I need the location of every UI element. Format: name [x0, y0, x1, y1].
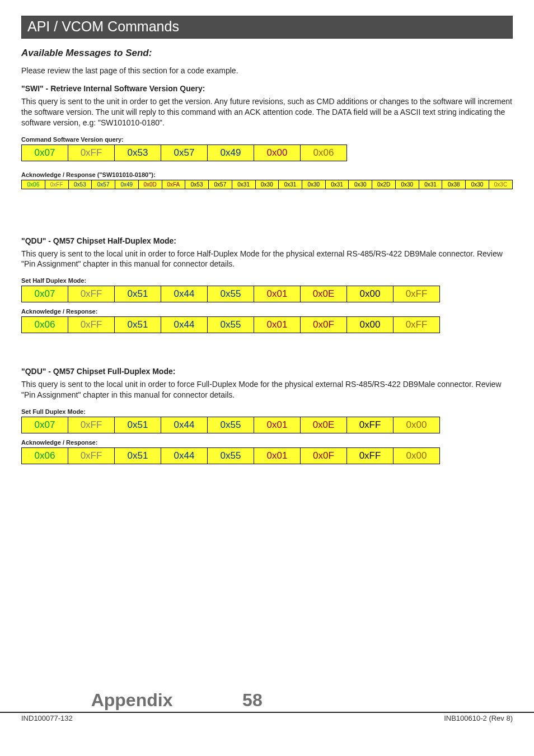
footer-left-id: IND100077-132 [21, 714, 73, 722]
byte-cell: 0xFF [45, 180, 68, 189]
byte-cell: 0x06 [22, 180, 45, 189]
byte-cell: 0x0F [301, 448, 347, 464]
byte-cell: 0x30 [466, 180, 489, 189]
qdu-full-ack-bytes: 0x060xFF0x510x440x550x010x0F0xFF0x00 [21, 447, 440, 464]
byte-cell: 0x30 [349, 180, 372, 189]
qdu-full-ack-label: Acknowledge / Response: [21, 439, 513, 446]
page-title: API / VCOM Commands [27, 18, 507, 35]
footer-appendix: Appendix [21, 690, 242, 711]
byte-cell: 0x31 [279, 180, 302, 189]
qdu-half-ack-bytes: 0x060xFF0x510x440x550x010x0F0x000xFF [21, 316, 440, 333]
byte-cell: 0xFF [68, 286, 115, 302]
byte-cell: 0x00 [254, 144, 301, 161]
qdu-full-cmd-bytes: 0x070xFF0x510x440x550x010x0E0xFF0x00 [21, 417, 440, 433]
byte-cell: 0x06 [22, 317, 68, 333]
byte-cell: 0x30 [255, 180, 279, 189]
qdu-full-cmd-label: Set Full Duplex Mode: [21, 408, 513, 415]
byte-cell: 0x01 [254, 317, 301, 333]
byte-cell: 0x53 [68, 180, 92, 189]
byte-cell: 0x30 [395, 180, 419, 189]
byte-cell: 0x00 [347, 317, 394, 333]
byte-cell: 0x51 [115, 417, 161, 433]
byte-cell: 0x44 [161, 317, 208, 333]
byte-cell: 0xFF [68, 417, 115, 433]
page-title-bar: API / VCOM Commands [21, 16, 513, 39]
byte-cell: 0x31 [325, 180, 349, 189]
byte-cell: 0x51 [115, 448, 161, 464]
byte-cell: 0x38 [442, 180, 466, 189]
qdu-half-ack-label: Acknowledge / Response: [21, 308, 513, 315]
byte-cell: 0x57 [161, 144, 208, 161]
section-subhead: Available Messages to Send: [21, 48, 513, 59]
byte-cell: 0x44 [161, 286, 208, 302]
byte-cell: 0xFF [68, 144, 115, 161]
byte-cell: 0xFF [394, 317, 440, 333]
qdu-half-heading: "QDU" - QM57 Chipset Half-Duplex Mode: [21, 236, 513, 245]
byte-cell: 0x07 [22, 144, 68, 161]
byte-cell: 0x55 [208, 417, 254, 433]
byte-cell: 0x3C [489, 180, 512, 189]
byte-cell: 0x31 [232, 180, 255, 189]
qdu-full-body: This query is sent to the local unit in … [21, 379, 513, 400]
page-footer: Appendix 58 IND100077-132 INB100610-2 (R… [0, 690, 534, 722]
byte-cell: 0x51 [115, 317, 161, 333]
byte-cell: 0x51 [115, 286, 161, 302]
byte-cell: 0x0F [301, 317, 347, 333]
byte-cell: 0x55 [208, 286, 254, 302]
byte-cell: 0x0E [301, 286, 347, 302]
byte-cell: 0x0E [301, 417, 347, 433]
byte-cell: 0x06 [301, 144, 347, 161]
byte-cell: 0xFF [347, 417, 394, 433]
byte-cell: 0x53 [115, 144, 161, 161]
byte-cell: 0x00 [394, 448, 440, 464]
intro-text: Please review the last page of this sect… [21, 66, 513, 76]
byte-cell: 0x01 [254, 417, 301, 433]
byte-cell: 0x01 [254, 286, 301, 302]
byte-cell: 0x30 [302, 180, 325, 189]
byte-cell: 0x57 [209, 180, 232, 189]
byte-cell: 0x57 [92, 180, 115, 189]
byte-cell: 0xFA [162, 180, 185, 189]
byte-cell: 0x07 [22, 417, 68, 433]
byte-cell: 0x0D [138, 180, 162, 189]
byte-cell: 0xFF [394, 286, 440, 302]
byte-cell: 0x49 [115, 180, 138, 189]
swi-heading: "SWI" - Retrieve Internal Software Versi… [21, 84, 513, 93]
swi-body: This query is sent to the unit in order … [21, 96, 513, 128]
byte-cell: 0x55 [208, 317, 254, 333]
qdu-full-heading: "QDU" - QM57 Chipset Full-Duplex Mode: [21, 367, 513, 376]
byte-cell: 0x00 [347, 286, 394, 302]
qdu-half-cmd-bytes: 0x070xFF0x510x440x550x010x0E0x000xFF [21, 286, 440, 302]
byte-cell: 0x49 [208, 144, 254, 161]
byte-cell: 0x53 [185, 180, 209, 189]
swi-ack-label: Acknowledge / Response ("SW101010-0180")… [21, 171, 513, 178]
byte-cell: 0x2D [372, 180, 396, 189]
byte-cell: 0xFF [68, 317, 115, 333]
footer-right-id: INB100610-2 (Rev 8) [444, 714, 513, 722]
byte-cell: 0x00 [394, 417, 440, 433]
swi-ack-bytes: 0x060xFF0x530x570x490x0D0xFA0x530x570x31… [21, 180, 513, 189]
swi-cmd-bytes: 0x070xFF0x530x570x490x000x06 [21, 144, 347, 161]
byte-cell: 0x06 [22, 448, 68, 464]
byte-cell: 0x07 [22, 286, 68, 302]
byte-cell: 0x44 [161, 448, 208, 464]
byte-cell: 0x44 [161, 417, 208, 433]
footer-page-number: 58 [242, 690, 263, 711]
qdu-half-cmd-label: Set Half Duplex Mode: [21, 277, 513, 284]
byte-cell: 0xFF [347, 448, 394, 464]
byte-cell: 0x01 [254, 448, 301, 464]
byte-cell: 0x31 [419, 180, 442, 189]
byte-cell: 0x55 [208, 448, 254, 464]
byte-cell: 0xFF [68, 448, 115, 464]
qdu-half-body: This query is sent to the local unit in … [21, 249, 513, 270]
swi-cmd-label: Command Software Version query: [21, 136, 513, 143]
